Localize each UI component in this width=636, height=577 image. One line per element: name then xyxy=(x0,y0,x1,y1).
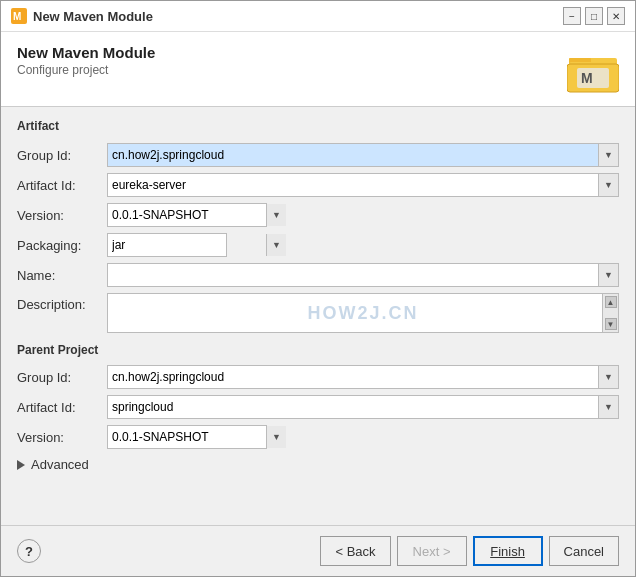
artifact-id-label: Artifact Id: xyxy=(17,178,107,193)
parent-group-id-field[interactable]: ▼ xyxy=(107,365,619,389)
svg-text:M: M xyxy=(581,70,593,86)
parent-group-id-row: Group Id: ▼ xyxy=(17,365,619,389)
group-id-input[interactable] xyxy=(108,144,598,166)
packaging-input[interactable] xyxy=(108,234,266,256)
parent-project-divider: Parent Project xyxy=(17,343,619,357)
title-bar-title: New Maven Module xyxy=(33,9,153,24)
next-label: Next > xyxy=(413,544,451,559)
parent-version-field[interactable]: ▼ xyxy=(107,425,267,449)
name-input[interactable] xyxy=(108,264,598,286)
title-bar-controls: − □ ✕ xyxy=(563,7,625,25)
name-row: Name: ▼ xyxy=(17,263,619,287)
maven-icon: M xyxy=(11,8,27,24)
close-button[interactable]: ✕ xyxy=(607,7,625,25)
scroll-up-btn[interactable]: ▲ xyxy=(605,296,617,308)
packaging-dropdown-arrow[interactable]: ▼ xyxy=(266,234,286,256)
parent-artifact-id-dropdown-arrow[interactable]: ▼ xyxy=(598,396,618,418)
scroll-down-btn[interactable]: ▼ xyxy=(605,318,617,330)
title-bar: M New Maven Module − □ ✕ xyxy=(1,1,635,32)
description-row: Description: HOW2J.CN ▲ ▼ xyxy=(17,293,619,333)
parent-group-id-dropdown-arrow[interactable]: ▼ xyxy=(598,366,618,388)
group-id-label: Group Id: xyxy=(17,148,107,163)
name-field[interactable]: ▼ xyxy=(107,263,619,287)
maximize-button[interactable]: □ xyxy=(585,7,603,25)
version-input[interactable] xyxy=(108,204,266,226)
description-scrollbar: ▲ ▼ xyxy=(602,294,618,332)
parent-version-row: Version: ▼ xyxy=(17,425,619,449)
parent-version-input[interactable] xyxy=(108,426,266,448)
name-label: Name: xyxy=(17,268,107,283)
dialog-title: New Maven Module xyxy=(17,44,155,61)
cancel-button[interactable]: Cancel xyxy=(549,536,619,566)
parent-project-label: Parent Project xyxy=(17,343,619,357)
description-input[interactable] xyxy=(108,294,602,332)
minimize-button[interactable]: − xyxy=(563,7,581,25)
dialog-header: New Maven Module Configure project M xyxy=(1,32,635,107)
title-bar-left: M New Maven Module xyxy=(11,8,153,24)
artifact-id-dropdown-arrow[interactable]: ▼ xyxy=(598,174,618,196)
advanced-label: Advanced xyxy=(31,457,89,472)
svg-text:M: M xyxy=(13,11,21,22)
help-button[interactable]: ? xyxy=(17,539,41,563)
artifact-id-input[interactable] xyxy=(108,174,598,196)
group-id-row: Group Id: ▼ xyxy=(17,143,619,167)
artifact-id-row: Artifact Id: ▼ xyxy=(17,173,619,197)
parent-group-id-input[interactable] xyxy=(108,366,598,388)
group-id-dropdown-arrow[interactable]: ▼ xyxy=(598,144,618,166)
packaging-label: Packaging: xyxy=(17,238,107,253)
dialog-subtitle: Configure project xyxy=(17,63,155,77)
version-row: Version: ▼ xyxy=(17,203,619,227)
finish-label: Finish xyxy=(490,544,525,559)
packaging-field[interactable]: ▼ xyxy=(107,233,227,257)
dialog-footer: ? < Back Next > Finish Cancel xyxy=(1,525,635,576)
cancel-label: Cancel xyxy=(564,544,604,559)
dialog-body: Artifact Group Id: ▼ Artifact Id: ▼ Vers… xyxy=(1,107,635,525)
footer-buttons: < Back Next > Finish Cancel xyxy=(320,536,619,566)
artifact-section-label: Artifact xyxy=(17,119,619,135)
packaging-row: Packaging: ▼ xyxy=(17,233,619,257)
parent-artifact-id-input[interactable] xyxy=(108,396,598,418)
parent-artifact-id-field[interactable]: ▼ xyxy=(107,395,619,419)
artifact-id-field[interactable]: ▼ xyxy=(107,173,619,197)
description-field[interactable]: HOW2J.CN ▲ ▼ xyxy=(107,293,619,333)
advanced-row[interactable]: Advanced xyxy=(17,457,619,472)
next-button[interactable]: Next > xyxy=(397,536,467,566)
header-maven-icon: M xyxy=(567,44,619,96)
parent-group-id-label: Group Id: xyxy=(17,370,107,385)
advanced-triangle-icon xyxy=(17,460,25,470)
parent-artifact-id-row: Artifact Id: ▼ xyxy=(17,395,619,419)
footer-left: ? xyxy=(17,539,41,563)
group-id-field[interactable]: ▼ xyxy=(107,143,619,167)
parent-artifact-id-label: Artifact Id: xyxy=(17,400,107,415)
version-field[interactable]: ▼ xyxy=(107,203,267,227)
finish-button[interactable]: Finish xyxy=(473,536,543,566)
name-dropdown-arrow[interactable]: ▼ xyxy=(598,264,618,286)
version-label: Version: xyxy=(17,208,107,223)
parent-version-dropdown-arrow[interactable]: ▼ xyxy=(266,426,286,448)
dialog-header-text: New Maven Module Configure project xyxy=(17,44,155,77)
back-button[interactable]: < Back xyxy=(320,536,390,566)
back-label: < Back xyxy=(335,544,375,559)
description-label: Description: xyxy=(17,297,107,312)
dialog: M New Maven Module − □ ✕ New Maven Modul… xyxy=(0,0,636,577)
parent-version-label: Version: xyxy=(17,430,107,445)
version-dropdown-arrow[interactable]: ▼ xyxy=(266,204,286,226)
